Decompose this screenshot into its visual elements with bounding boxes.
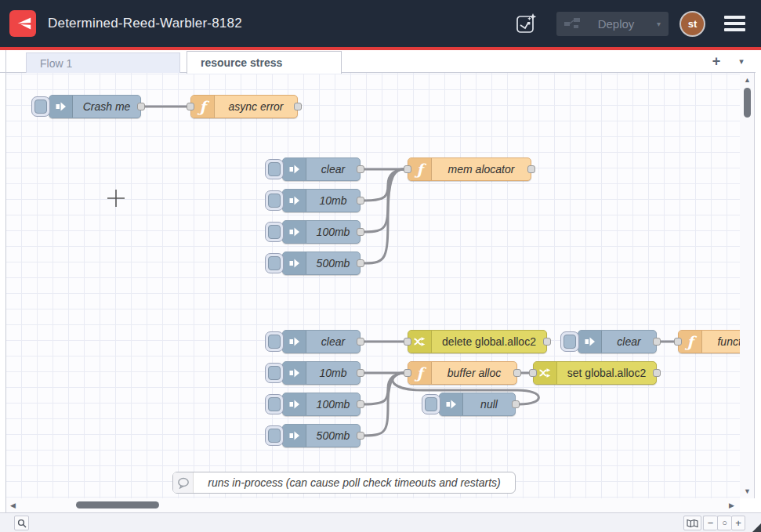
user-avatar[interactable]: st — [679, 11, 705, 37]
flow-list-caret-icon[interactable]: ▾ — [734, 53, 749, 69]
node-inject[interactable]: Crash me — [49, 95, 141, 118]
node-label: null — [463, 393, 515, 415]
wire[interactable] — [364, 373, 404, 404]
node-function[interactable]: ƒasync error — [190, 95, 298, 118]
inject-arrow-icon — [584, 335, 596, 348]
inject-button[interactable] — [265, 253, 284, 273]
output-port[interactable] — [357, 338, 364, 346]
input-port[interactable] — [404, 338, 411, 346]
right-gutter — [756, 50, 761, 512]
node-inject[interactable]: 10mb — [282, 189, 361, 212]
zoom-out-button[interactable]: − — [703, 516, 717, 530]
navigator-button[interactable] — [683, 516, 701, 530]
node-inject[interactable]: 500mb — [282, 252, 361, 275]
node-change[interactable]: set global.alloc2 — [533, 361, 657, 385]
node-inject[interactable]: 100mb — [282, 220, 361, 244]
inject-button[interactable] — [422, 394, 440, 414]
inject-button[interactable] — [265, 363, 284, 383]
scroll-left-icon[interactable]: ◀ — [10, 502, 16, 509]
output-port[interactable] — [513, 369, 521, 377]
resize-grip[interactable] — [752, 523, 761, 532]
inject-button[interactable] — [265, 331, 284, 352]
node-inject[interactable]: 10mb — [282, 361, 361, 385]
scroll-up-icon[interactable]: ▲ — [744, 77, 751, 84]
output-port[interactable] — [357, 259, 364, 267]
input-port[interactable] — [404, 369, 411, 377]
inject-button[interactable] — [31, 96, 50, 117]
input-port[interactable] — [529, 369, 537, 377]
node-function[interactable]: ƒfunction — [678, 330, 740, 353]
tab-resource-stress[interactable]: resource stress — [187, 51, 342, 74]
node-change[interactable]: delete global.alloc2 — [408, 330, 547, 353]
inject-arrow-icon — [288, 163, 301, 176]
inject-button[interactable] — [265, 190, 284, 211]
output-port[interactable] — [357, 228, 364, 236]
output-port[interactable] — [294, 103, 302, 110]
node-icon — [283, 362, 306, 384]
output-port[interactable] — [653, 369, 661, 377]
map-icon — [687, 519, 698, 528]
node-label: delete global.alloc2 — [432, 331, 546, 353]
output-port[interactable] — [512, 400, 520, 408]
zoom-in-button[interactable]: + — [731, 516, 745, 530]
node-label: set global.alloc2 — [557, 362, 656, 384]
main-menu-icon[interactable] — [724, 14, 745, 33]
add-flow-button[interactable]: + — [708, 52, 725, 70]
output-port[interactable] — [357, 369, 364, 377]
scroll-right-icon[interactable]: ▶ — [729, 502, 734, 509]
node-inject[interactable]: clear — [282, 157, 361, 181]
node-inject[interactable]: 100mb — [282, 393, 361, 416]
vertical-scrollbar[interactable]: ▲ ▼ — [740, 73, 755, 498]
node-label: clear — [306, 158, 360, 180]
output-port[interactable] — [357, 197, 364, 204]
zoom-reset-button[interactable]: ○ — [717, 516, 731, 530]
node-inject[interactable]: clear — [578, 330, 657, 353]
flow-canvas[interactable]: Crash meƒasync errorclear10mb100mb500mbƒ… — [6, 73, 740, 498]
deploy-button[interactable]: Deploy ▾ — [556, 12, 669, 36]
node-inject[interactable]: 500mb — [282, 424, 361, 447]
instance-title: Determined-Reed-Warbler-8182 — [48, 16, 242, 31]
node-inject[interactable]: clear — [282, 330, 361, 353]
assistant-sparkle-icon[interactable] — [514, 11, 539, 36]
horizontal-scrollbar[interactable]: ◀ ▶ — [6, 498, 740, 512]
output-port[interactable] — [543, 338, 551, 346]
search-icon — [17, 519, 27, 528]
horizontal-scrollbar-thumb[interactable] — [76, 501, 159, 508]
deploy-caret-icon[interactable]: ▾ — [657, 20, 661, 28]
node-icon: ƒ — [679, 331, 702, 353]
output-port[interactable] — [357, 165, 364, 173]
node-icon: ƒ — [408, 158, 432, 180]
node-function[interactable]: ƒbuffer alloc — [408, 361, 517, 385]
node-icon — [283, 393, 306, 415]
inject-arrow-icon — [288, 335, 301, 348]
node-comment[interactable]: runs in-process (can cause poll check ti… — [172, 472, 516, 494]
inject-button[interactable] — [265, 394, 284, 414]
deploy-nodes-icon — [564, 18, 580, 29]
input-port[interactable] — [674, 338, 682, 346]
output-port[interactable] — [357, 432, 364, 440]
output-port[interactable] — [653, 338, 661, 346]
scroll-down-icon[interactable]: ▼ — [744, 488, 751, 495]
wire[interactable] — [364, 169, 404, 201]
node-label: Crash me — [73, 96, 140, 118]
node-function[interactable]: ƒmem alocator — [408, 157, 531, 181]
wire[interactable] — [364, 169, 404, 263]
vertical-scrollbar-thumb[interactable] — [744, 88, 751, 118]
node-label: 100mb — [306, 221, 360, 243]
input-port[interactable] — [187, 103, 194, 110]
inject-button[interactable] — [265, 425, 284, 446]
search-button[interactable] — [14, 516, 29, 530]
output-port[interactable] — [357, 400, 364, 408]
output-port[interactable] — [137, 103, 145, 110]
output-port[interactable] — [527, 165, 535, 173]
node-inject[interactable]: null — [439, 393, 516, 416]
inject-arrow-icon — [55, 100, 67, 113]
inject-button[interactable] — [560, 331, 579, 352]
inject-button[interactable] — [265, 222, 284, 242]
tab-flow-1[interactable]: Flow 1 — [26, 52, 180, 73]
input-port[interactable] — [404, 165, 411, 173]
function-f-icon: ƒ — [416, 366, 422, 381]
inject-arrow-icon — [445, 398, 458, 411]
inject-button[interactable] — [265, 159, 284, 179]
node-label: function — [702, 331, 740, 353]
